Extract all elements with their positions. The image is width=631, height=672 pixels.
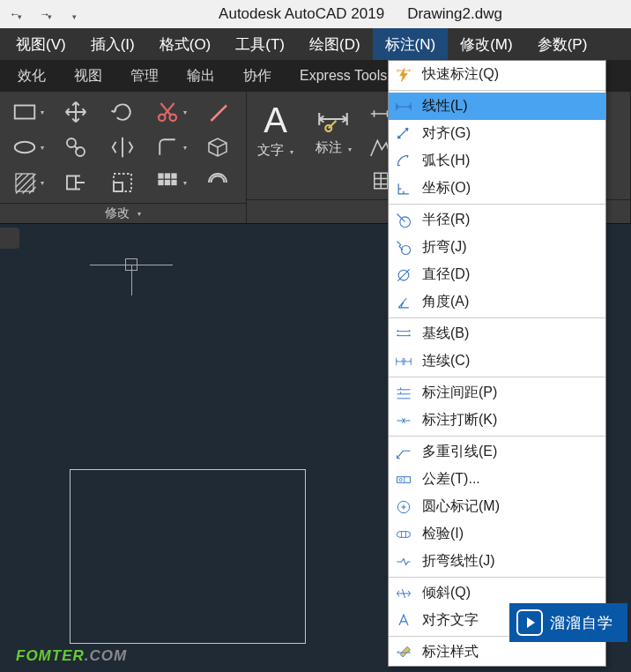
menu-item-label: 检验(I)	[422, 525, 464, 543]
menu-item-label: 对齐文字	[422, 611, 479, 630]
menu-item-joglin[interactable]: 折弯线性(J)	[389, 548, 605, 575]
menu-separator	[389, 436, 605, 437]
play-icon	[516, 609, 543, 636]
watermark-badge: 溜溜自学	[509, 603, 627, 642]
dstyle-icon	[394, 643, 413, 662]
cursor-pickbox	[125, 258, 137, 271]
menu-item[interactable]: 插入(I)	[78, 28, 147, 60]
menu-item-insp[interactable]: 检验(I)	[389, 520, 605, 548]
menu-item-label: 公差(T)...	[422, 470, 480, 489]
svg-rect-6	[16, 174, 33, 191]
menu-item-cmark[interactable]: 圆心标记(M)	[389, 493, 605, 520]
atxt-icon	[394, 611, 413, 631]
menu-item-label: 连续(C)	[422, 352, 470, 370]
ribbon-tab[interactable]: 协作	[229, 60, 286, 92]
menu-item-label: 多重引线(E)	[422, 443, 497, 461]
text-tool[interactable]: A 文字 ▾	[247, 95, 304, 164]
menu-item-label: 坐标(O)	[422, 179, 471, 198]
fillet-icon[interactable]: ▾	[151, 134, 189, 161]
menu-item-break[interactable]: 标注打断(K)	[389, 407, 605, 434]
ribbon-tab[interactable]: Express Tools	[286, 60, 401, 92]
menu-item[interactable]: 视图(V)	[4, 28, 78, 60]
copy-icon[interactable]	[56, 134, 95, 161]
svg-rect-11	[172, 174, 176, 178]
offset-icon[interactable]	[198, 169, 237, 196]
svg-point-4	[67, 138, 76, 147]
menu-item[interactable]: 绘图(D)	[297, 28, 373, 60]
box-icon[interactable]	[198, 134, 237, 161]
array-icon[interactable]: ▾	[151, 169, 189, 196]
nav-fwd-icon[interactable]: →▾	[33, 5, 58, 23]
insp-icon	[394, 525, 413, 544]
svg-rect-23	[397, 531, 411, 537]
ribbon-tab[interactable]: 输出	[173, 60, 229, 92]
menu-item-cont[interactable]: 连续(C)	[389, 347, 605, 375]
menu-item-mlead[interactable]: 多重引线(E)	[389, 438, 605, 466]
move-icon[interactable]	[56, 99, 95, 125]
menu-item-base[interactable]: 基线(B)	[389, 320, 605, 347]
menu-item-arc[interactable]: 弧长(H)	[389, 147, 605, 175]
menu-item-label: 圆心标记(M)	[422, 497, 500, 516]
menu-item-label: 标注样式	[422, 643, 479, 661]
menu-item-dia[interactable]: 直径(D)	[389, 261, 605, 288]
nav-more-icon[interactable]: ▾	[63, 5, 88, 23]
nav-back-icon[interactable]: ←▾	[4, 5, 28, 23]
rectangle-icon[interactable]: ▾	[9, 99, 48, 125]
menu-item-dstyle[interactable]: 标注样式	[389, 638, 605, 666]
menu-item-space[interactable]: 标注间距(P)	[389, 379, 605, 407]
rotate-icon[interactable]	[104, 99, 143, 125]
menu-item-label: 弧长(H)	[422, 152, 470, 170]
menu-separator	[389, 317, 605, 318]
menu-item[interactable]: 修改(M)	[448, 28, 524, 60]
base-icon	[394, 325, 413, 344]
menu-item-ang[interactable]: 角度(A)	[389, 288, 605, 316]
ribbon-tab[interactable]: 管理	[116, 60, 173, 92]
linear-icon	[394, 97, 413, 116]
menu-item-tol[interactable]: 公差(T)...	[389, 466, 605, 493]
menu-item-label: 半径(R)	[422, 211, 470, 229]
file-name: Drawing2.dwg	[407, 5, 502, 23]
break-icon	[394, 411, 413, 430]
menu-item-aligned[interactable]: 对齐(G)	[389, 120, 605, 147]
drawing-rectangle	[70, 469, 306, 644]
dimension-menu: 快速标注(Q)线性(L)对齐(G)弧长(H)坐标(O)半径(R)折弯(J)直径(…	[388, 60, 606, 667]
dimension-icon	[315, 101, 352, 138]
menu-item-jog[interactable]: 折弯(J)	[389, 234, 605, 261]
erase-icon[interactable]	[198, 99, 237, 125]
hatch-icon[interactable]: ▾	[9, 169, 48, 196]
ang-icon	[394, 293, 413, 312]
space-icon	[394, 384, 413, 403]
trim-icon[interactable]: ▾	[151, 99, 189, 125]
panel-label-modify[interactable]: 修改▾	[0, 203, 246, 223]
svg-point-21	[399, 478, 402, 481]
svg-point-3	[15, 142, 35, 153]
scale-icon[interactable]	[104, 169, 143, 196]
menu-item[interactable]: 工具(T)	[223, 28, 297, 60]
quick-icon	[394, 65, 413, 85]
rad-icon	[394, 211, 413, 230]
dimension-tool[interactable]: 标注 ▾	[304, 95, 362, 161]
mlead-icon	[394, 443, 413, 462]
ellipse-icon[interactable]: ▾	[9, 134, 48, 161]
menu-item-label: 折弯线性(J)	[422, 552, 495, 571]
menu-bar: 视图(V)插入(I)格式(O)工具(T)绘图(D)标注(N)修改(M)参数(P)	[0, 28, 631, 60]
menu-item[interactable]: 格式(O)	[147, 28, 224, 60]
mirror-icon[interactable]	[104, 134, 143, 161]
tol-icon	[394, 470, 413, 489]
layout-tab-handle[interactable]	[0, 228, 19, 249]
menu-item-ord[interactable]: 坐标(O)	[389, 175, 605, 202]
stretch-icon[interactable]	[56, 169, 95, 196]
menu-item-label: 直径(D)	[422, 265, 470, 284]
dia-icon	[394, 265, 413, 285]
cmark-icon	[394, 497, 413, 517]
menu-item-linear[interactable]: 线性(L)	[389, 93, 605, 120]
menu-separator	[389, 577, 605, 578]
menu-item[interactable]: 参数(P)	[525, 28, 600, 60]
ribbon-tab[interactable]: 效化	[4, 60, 60, 92]
menu-item[interactable]: 标注(N)	[373, 28, 449, 60]
ribbon-tab[interactable]: 视图	[60, 60, 116, 92]
menu-item-quick[interactable]: 快速标注(Q)	[389, 61, 605, 88]
ord-icon	[394, 179, 413, 198]
watermark-fomter: FOMTER.COM	[16, 647, 127, 665]
menu-item-rad[interactable]: 半径(R)	[389, 206, 605, 234]
